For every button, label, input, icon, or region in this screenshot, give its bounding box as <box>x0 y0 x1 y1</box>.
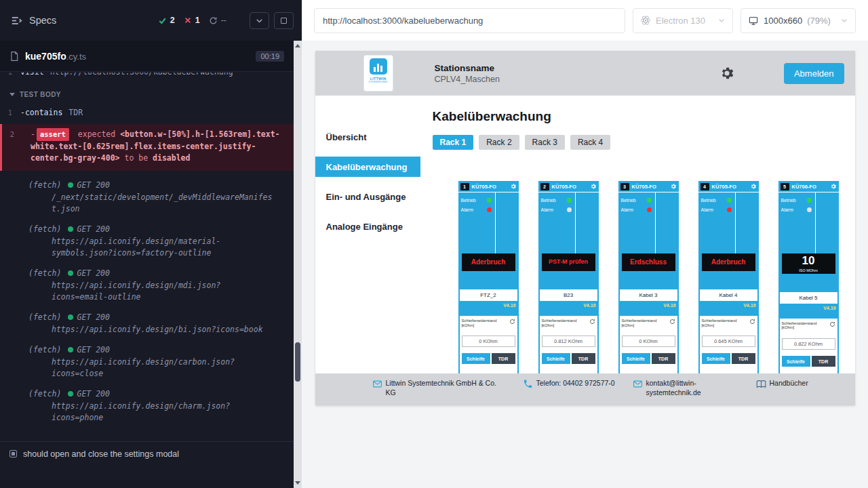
collapse-runner-button[interactable] <box>250 12 269 29</box>
sidebar-item[interactable]: Kabelüberwachung <box>315 157 420 177</box>
status-message-display: PST-M prüfen <box>542 253 595 271</box>
rack-tab[interactable]: Rack 3 <box>525 135 565 150</box>
refresh-icon[interactable] <box>509 319 515 325</box>
spec-file-row[interactable]: kue705fo .cy.ts 00:19 <box>0 41 294 72</box>
station-label: Stationsname <box>435 63 500 73</box>
request-url: https://api.iconify.design/charm.json?ic… <box>52 401 273 424</box>
app-header: LITTWIN SYSTEMTECHNIK Stationsname CPLV4… <box>315 51 855 96</box>
refresh-icon[interactable] <box>669 319 675 325</box>
tdr-button[interactable]: TDR <box>812 356 835 367</box>
cable-name[interactable]: B23 <box>540 289 597 301</box>
tdr-button[interactable]: TDR <box>572 353 595 364</box>
sidebar-item[interactable]: Analoge Eingänge <box>315 216 420 237</box>
sidebar-item[interactable]: Ein- und Ausgänge <box>315 186 420 207</box>
alarm-label: Alarm <box>621 207 633 212</box>
resistance-label: Schleifenwiderstand [kOhm] <box>542 319 588 327</box>
alarm-label: Alarm <box>541 207 553 212</box>
schleife-button[interactable]: Schleife <box>462 353 490 364</box>
cable-name[interactable]: FTZ_2 <box>460 289 517 301</box>
viewport-zoom: (79%) <box>807 16 831 26</box>
network-log-row[interactable]: (fetch) GET 200 https://api.iconify.desi… <box>0 344 294 380</box>
alarm-label: Alarm <box>701 207 713 212</box>
status-ok-dot <box>68 391 73 396</box>
network-log-row[interactable]: (fetch) GET 200 /_next/static/developmen… <box>0 180 294 215</box>
url-input[interactable] <box>314 8 625 33</box>
card-settings-gear-icon[interactable] <box>670 183 677 190</box>
resistance-value: 0 KOhm <box>462 336 515 347</box>
runner-scrollbar[interactable] <box>294 41 302 488</box>
rack-tab[interactable]: Rack 2 <box>479 135 519 150</box>
command-log: 1 visit http://localhost:3000/kabelueber… <box>0 73 294 441</box>
card-settings-gear-icon[interactable] <box>590 183 597 190</box>
resistance-value: 0.812 KOhm <box>542 336 595 347</box>
network-log-row[interactable]: (fetch) GET 200 https://api.iconify.desi… <box>0 388 294 424</box>
scroll-down-arrow[interactable] <box>295 481 300 485</box>
phone-icon <box>523 379 533 389</box>
refresh-icon[interactable] <box>589 319 595 325</box>
command-visit[interactable]: 1 visit http://localhost:3000/kabelueber… <box>0 73 294 78</box>
device-model: KÜ705-FO <box>472 184 496 190</box>
logout-button[interactable]: Abmelden <box>784 63 844 84</box>
specs-menu-button[interactable]: Specs <box>11 15 56 26</box>
status-ok-dot <box>68 226 73 232</box>
test-body-section[interactable]: TEST BODY <box>9 89 294 100</box>
betrieb-status-led <box>647 198 652 203</box>
next-test-title: should open and close the settings modal <box>23 449 179 459</box>
card-settings-gear-icon[interactable] <box>750 183 757 190</box>
passed-count: 2 <box>170 16 175 25</box>
tdr-button[interactable]: TDR <box>492 353 515 364</box>
refresh-icon[interactable] <box>829 321 835 327</box>
tdr-button[interactable]: TDR <box>732 353 755 364</box>
app-main: Kabelüberwachung Rack 1 Rack 2 Rack 3 Ra… <box>420 96 855 373</box>
stop-tests-button[interactable] <box>274 12 294 29</box>
settings-gear-icon[interactable] <box>719 65 735 81</box>
alarm-status-led <box>727 207 732 212</box>
cross-icon <box>184 16 192 24</box>
app-footer: Littwin Systemtechnik GmbH & Co. KG Tele… <box>315 373 855 405</box>
request-url: https://api.iconify.design/material-symb… <box>52 236 273 259</box>
schleife-button[interactable]: Schleife <box>782 356 810 367</box>
betrieb-status-led <box>567 198 572 203</box>
network-log-row[interactable]: (fetch) GET 200 https://api.iconify.desi… <box>0 268 294 303</box>
app-under-test: LITTWIN SYSTEMTECHNIK Stationsname CPLV4… <box>315 51 855 405</box>
pending-count: -- <box>221 16 226 25</box>
rack-tab[interactable]: Rack 1 <box>433 135 474 150</box>
cable-name[interactable]: Kabel 5 <box>780 292 837 304</box>
firmware-version: V4.19 <box>778 304 839 314</box>
viewport-icon <box>748 16 759 26</box>
cable-name[interactable]: Kabel 3 <box>620 289 677 301</box>
network-log-row[interactable]: (fetch) GET 200 https://api.iconify.desi… <box>0 312 294 336</box>
viewport-selector[interactable]: 1000x660 (79%) <box>741 8 856 33</box>
status-message-display: 10 ISO MOhm <box>782 253 835 274</box>
schleife-button[interactable]: Schleife <box>702 353 730 364</box>
card-settings-gear-icon[interactable] <box>830 183 837 190</box>
command-contains[interactable]: 1 -contains TDR <box>0 107 294 119</box>
network-log-row[interactable]: (fetch) GET 200 https://api.iconify.desi… <box>0 224 294 259</box>
device-model: KÜ706-FO <box>792 184 816 190</box>
schleife-button[interactable]: Schleife <box>622 353 650 364</box>
card-settings-gear-icon[interactable] <box>510 183 517 190</box>
failed-assert-row[interactable]: 2 -assert expected <button.w-[50%].h-[1.… <box>0 124 294 171</box>
footer-manuals[interactable]: Handbücher <box>756 379 808 389</box>
cable-name[interactable]: Kabel 4 <box>700 289 757 301</box>
status-ok-dot <box>68 270 73 276</box>
alarm-status-led <box>567 207 572 212</box>
schleife-button[interactable]: Schleife <box>542 353 570 364</box>
page-title: Kabelüberwachung <box>433 109 855 124</box>
browser-selector[interactable]: Electron 130 <box>633 8 733 33</box>
betrieb-label: Betrieb <box>461 198 476 203</box>
rack-tab[interactable]: Rack 4 <box>570 135 610 150</box>
refresh-icon[interactable] <box>749 319 755 325</box>
failed-stat: 1 <box>184 16 200 25</box>
check-icon <box>158 16 167 25</box>
alarm-status-led <box>807 207 812 212</box>
chevron-down-icon <box>255 16 264 25</box>
next-test-row[interactable]: should open and close the settings modal <box>0 441 294 466</box>
resistance-label: Schleifenwiderstand [kOhm] <box>702 319 748 327</box>
refresh-icon <box>209 16 218 25</box>
scroll-up-arrow[interactable] <box>295 44 300 47</box>
tdr-button[interactable]: TDR <box>652 353 675 364</box>
scrollbar-thumb[interactable] <box>295 342 300 382</box>
sidebar-item[interactable]: Übersicht <box>315 127 420 147</box>
device-model: KÜ705-FO <box>632 184 656 190</box>
